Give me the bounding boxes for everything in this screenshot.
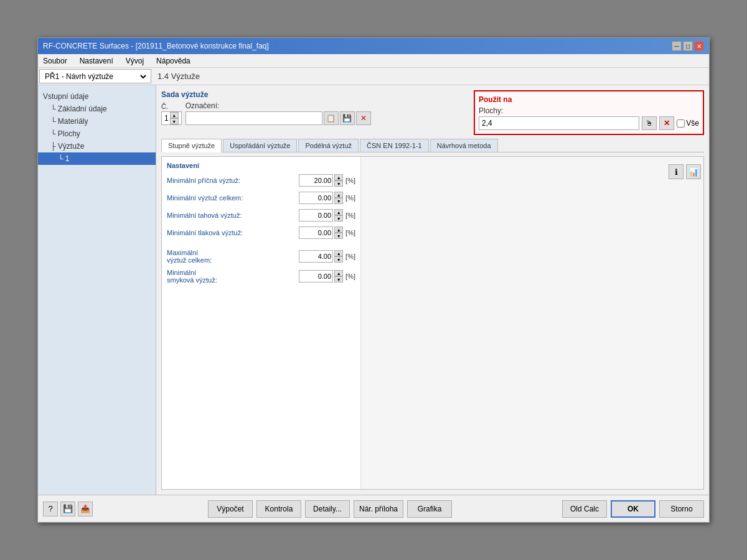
setting-input-5: ▲ ▼ [%] <box>299 270 355 282</box>
cislo-spin-down[interactable]: ▼ <box>170 118 179 124</box>
minimize-button[interactable]: ─ <box>672 41 682 51</box>
oznaceni-input[interactable] <box>186 111 322 125</box>
setting-row-3: Minimální tlaková výztuž: ▲ ▼ [%] <box>167 226 355 239</box>
spinner-0: ▲ ▼ <box>334 174 343 187</box>
save-icon: 💾 <box>63 504 73 513</box>
menu-napoveda[interactable]: Nápověda <box>154 56 193 66</box>
sidebar: Vstupní údaje └ Základní údaje └ Materiá… <box>38 85 156 495</box>
tabs-bar: Stupně výztuže Uspořádání výztuže Podéln… <box>161 139 704 152</box>
add-btn[interactable]: 📋 <box>324 111 339 125</box>
spin-down-3[interactable]: ▼ <box>334 233 343 239</box>
pr-select[interactable]: PŘ1 - Návrh výztuže <box>42 72 148 82</box>
menu-bar: Soubor Nastavení Vývoj Nápověda <box>38 54 709 68</box>
spin-up-2[interactable]: ▲ <box>334 209 343 215</box>
tab-content: Nastavení Minimální příčná výztuž: ▲ ▼ [… <box>161 156 704 490</box>
sidebar-item-1[interactable]: └ 1 <box>38 152 156 165</box>
spin-down-0[interactable]: ▼ <box>334 180 343 187</box>
window-title: RF-CONCRETE Surfaces - [201911_Betonové … <box>43 42 269 50</box>
kontrola-button[interactable]: Kontrola <box>256 500 301 518</box>
window-controls: ─ □ ✕ <box>672 41 704 51</box>
tab-stupne-vyztuze[interactable]: Stupně výztuže <box>161 139 222 152</box>
spin-up-3[interactable]: ▲ <box>334 226 343 233</box>
tab-podelna-vyztu[interactable]: Podélná výztuž <box>298 139 359 152</box>
section-label: 1.4 Výztuže <box>153 68 205 85</box>
setting-value-0[interactable] <box>299 174 333 187</box>
select-surfaces-btn[interactable]: 🖱 <box>642 116 657 130</box>
unit-4: [%] <box>345 253 355 260</box>
tab-csn-en[interactable]: ČSN EN 1992-1-1 <box>360 139 429 152</box>
help-btn[interactable]: ? <box>43 502 58 516</box>
setting-value-2[interactable] <box>299 209 333 222</box>
nar-priloha-button[interactable]: Nár. příloha <box>354 500 403 518</box>
tab-usporadani-vyztuze[interactable]: Uspořádání výztuže <box>223 139 297 152</box>
main-panel: Sada výztuže Č. 1 ▲ ▼ <box>156 85 709 495</box>
menu-vyvoj[interactable]: Vývoj <box>123 56 146 66</box>
copy-icon: 💾 <box>342 114 352 123</box>
delete-btn[interactable]: ✕ <box>356 111 371 125</box>
sada-title: Sada výztuže <box>161 90 469 99</box>
sidebar-item-zakladni-udaje[interactable]: └ Základní údaje <box>38 103 156 115</box>
unit-0: [%] <box>345 177 355 184</box>
setting-row-0: Minimální příčná výztuž: ▲ ▼ [%] <box>167 174 355 187</box>
select-surfaces-icon: 🖱 <box>646 119 653 128</box>
setting-row-5: Minimálnísmyková výztuž: ▲ ▼ [%] <box>167 269 355 284</box>
detaily-button[interactable]: Detaily... <box>305 500 350 518</box>
sada-row: Č. 1 ▲ ▼ <box>161 101 469 125</box>
spin-down-4[interactable]: ▼ <box>334 256 343 263</box>
setting-input-1: ▲ ▼ [%] <box>299 192 355 204</box>
spin-up-0[interactable]: ▲ <box>334 174 343 180</box>
setting-value-1[interactable] <box>299 192 333 204</box>
export-btn[interactable]: 📤 <box>78 502 93 516</box>
maximize-button[interactable]: □ <box>683 41 693 51</box>
spin-up-4[interactable]: ▲ <box>334 250 343 256</box>
spin-up-5[interactable]: ▲ <box>334 270 343 276</box>
setting-label-3: Minimální tlaková výztuž: <box>167 229 299 236</box>
sidebar-item-plochy[interactable]: └ Plochy <box>38 128 156 140</box>
spinner-4: ▲ ▼ <box>334 250 343 263</box>
sidebar-item-vyztuze[interactable]: ├ Výztuže <box>38 140 156 152</box>
setting-label-5: Minimálnísmyková výztuž: <box>167 269 299 284</box>
spin-down-2[interactable]: ▼ <box>334 215 343 222</box>
clear-surfaces-btn[interactable]: ✕ <box>659 116 674 130</box>
info2-btn[interactable]: 📊 <box>686 164 701 179</box>
close-button[interactable]: ✕ <box>694 41 704 51</box>
toolbar-area: PŘ1 - Návrh výztuže 1.4 Výztuže <box>38 68 709 85</box>
vypocet-button[interactable]: Výpočet <box>208 500 253 518</box>
storno-button[interactable]: Storno <box>659 500 704 518</box>
spinner-3: ▲ ▼ <box>334 226 343 239</box>
main-window: RF-CONCRETE Surfaces - [201911_Betonové … <box>37 37 710 523</box>
plochy-input[interactable] <box>479 116 639 130</box>
sidebar-item-vstupni-udaje[interactable]: Vstupní údaje <box>38 90 156 103</box>
help-icon: ? <box>48 504 52 513</box>
setting-value-5[interactable] <box>299 270 333 282</box>
grafika-button[interactable]: Grafika <box>407 500 452 518</box>
menu-nastaveni[interactable]: Nastavení <box>77 56 116 66</box>
setting-label-2: Minimální tahová výztuž: <box>167 212 299 219</box>
copy-btn[interactable]: 💾 <box>340 111 355 125</box>
vse-checkbox-group[interactable]: Vše <box>677 119 699 128</box>
info1-icon: ℹ <box>675 167 678 177</box>
cislo-value: 1 <box>164 114 169 123</box>
vse-checkbox[interactable] <box>677 119 685 128</box>
setting-input-4: ▲ ▼ [%] <box>299 250 355 263</box>
tab-navrhova-metoda[interactable]: Návrhová metoda <box>430 139 498 152</box>
spin-up-1[interactable]: ▲ <box>334 192 343 198</box>
sidebar-item-materialy[interactable]: └ Materiály <box>38 115 156 128</box>
setting-value-4[interactable] <box>299 250 333 263</box>
tab-right-panel: ℹ 📊 <box>361 157 703 489</box>
menu-soubor[interactable]: Soubor <box>40 56 70 66</box>
spin-down-5[interactable]: ▼ <box>334 276 343 282</box>
pr-dropdown[interactable]: PŘ1 - Návrh výztuže <box>39 69 151 83</box>
save-btn[interactable]: 💾 <box>60 502 75 516</box>
setting-input-0: ▲ ▼ [%] <box>299 174 355 187</box>
info1-btn[interactable]: ℹ <box>669 164 684 179</box>
setting-label-0: Minimální příčná výztuž: <box>167 177 299 184</box>
oznaceni-label: Označení: <box>186 101 469 110</box>
setting-row-2: Minimální tahová výztuž: ▲ ▼ [%] <box>167 209 355 222</box>
ok-button[interactable]: OK <box>611 500 655 518</box>
cislo-spin-up[interactable]: ▲ <box>170 112 179 118</box>
old-calc-button[interactable]: Old Calc <box>562 500 607 518</box>
setting-value-3[interactable] <box>299 226 333 239</box>
info2-icon: 📊 <box>688 167 698 177</box>
spin-down-1[interactable]: ▼ <box>334 198 343 204</box>
